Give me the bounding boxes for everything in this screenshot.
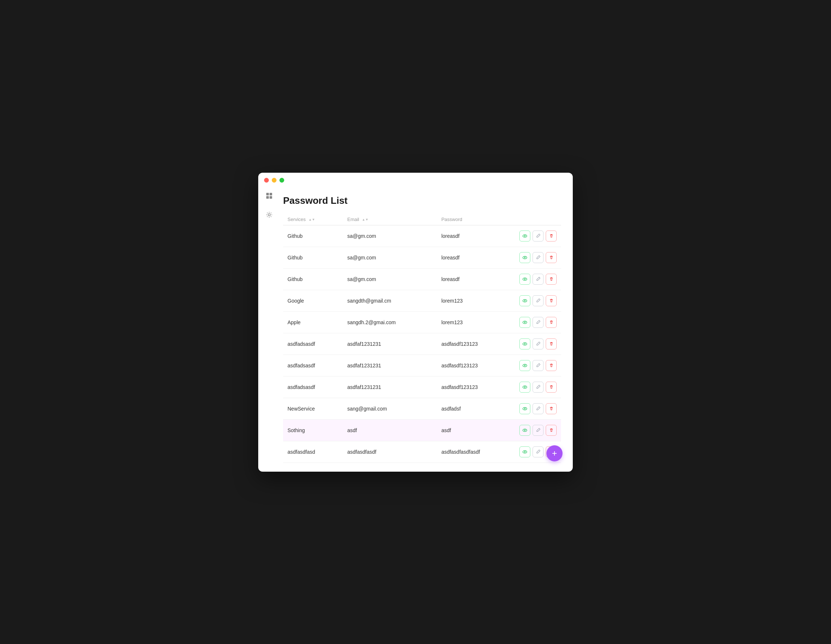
- cell-email: sa@gm.com: [343, 247, 437, 268]
- edit-button[interactable]: [533, 317, 543, 328]
- cell-password: loreasdf: [437, 247, 515, 268]
- password-table: Services ▲▼ Email ▲▼ Password: [283, 214, 561, 463]
- delete-button[interactable]: [546, 231, 557, 241]
- cell-actions: [515, 225, 561, 247]
- svg-rect-0: [266, 193, 269, 195]
- cell-email: asdf: [343, 419, 437, 441]
- close-button[interactable]: [264, 178, 269, 183]
- cell-password: loreasdf: [437, 268, 515, 290]
- sort-arrows-email: ▲▼: [362, 218, 369, 222]
- cell-actions: [515, 311, 561, 333]
- edit-button[interactable]: [533, 360, 543, 371]
- view-button[interactable]: [519, 252, 530, 263]
- cell-service: Github: [283, 225, 343, 247]
- cell-email: asdfaf1231231: [343, 376, 437, 398]
- svg-point-26: [524, 451, 525, 453]
- view-button[interactable]: [519, 425, 530, 436]
- table-row: asdfasdfasd asdfasdfasdf asdfasdfasdfasd…: [283, 441, 561, 462]
- app-window: Password List Services ▲▼ Email ▲▼: [258, 173, 573, 472]
- minimize-button[interactable]: [272, 178, 277, 183]
- cell-email: sa@gm.com: [343, 268, 437, 290]
- edit-button[interactable]: [533, 446, 543, 457]
- table-row: Apple sangdh.2@gmai.com lorem123: [283, 311, 561, 333]
- delete-button[interactable]: [546, 338, 557, 349]
- svg-point-6: [524, 235, 525, 237]
- delete-button[interactable]: [546, 403, 557, 414]
- view-button[interactable]: [519, 317, 530, 328]
- cell-service: asdfadsasdf: [283, 333, 343, 355]
- view-button[interactable]: [519, 382, 530, 393]
- col-services[interactable]: Services ▲▼: [283, 214, 343, 225]
- cell-password: asdf: [437, 419, 515, 441]
- delete-button[interactable]: [546, 382, 557, 393]
- svg-point-4: [268, 214, 270, 216]
- cell-service: Apple: [283, 311, 343, 333]
- maximize-button[interactable]: [279, 178, 284, 183]
- cell-email: sangdh.2@gmai.com: [343, 311, 437, 333]
- cell-actions: [515, 419, 561, 441]
- view-button[interactable]: [519, 360, 530, 371]
- col-email[interactable]: Email ▲▼: [343, 214, 437, 225]
- cell-email: sang@gmail.com: [343, 398, 437, 419]
- edit-button[interactable]: [533, 338, 543, 349]
- cell-service: asdfadsasdf: [283, 355, 343, 376]
- col-password: Password: [437, 214, 515, 225]
- svg-point-18: [524, 365, 525, 366]
- cell-password: asdfadsf: [437, 398, 515, 419]
- cell-password: asdfasdfasdfasdf: [437, 441, 515, 462]
- add-button[interactable]: +: [546, 445, 562, 461]
- settings-icon[interactable]: [263, 209, 275, 221]
- cell-actions: [515, 376, 561, 398]
- svg-point-14: [524, 322, 525, 323]
- edit-button[interactable]: [533, 231, 543, 241]
- app-body: Password List Services ▲▼ Email ▲▼: [258, 186, 573, 472]
- table-row: Github sa@gm.com loreasdf: [283, 225, 561, 247]
- table-row: Github sa@gm.com loreasdf: [283, 247, 561, 268]
- edit-button[interactable]: [533, 403, 543, 414]
- table-row: Github sa@gm.com loreasdf: [283, 268, 561, 290]
- view-button[interactable]: [519, 446, 530, 457]
- delete-button[interactable]: [546, 274, 557, 285]
- svg-rect-1: [269, 193, 272, 195]
- edit-button[interactable]: [533, 382, 543, 393]
- svg-rect-3: [269, 196, 272, 199]
- cell-actions: [515, 247, 561, 268]
- view-button[interactable]: [519, 274, 530, 285]
- svg-point-16: [524, 343, 525, 345]
- sidebar: [258, 186, 280, 472]
- svg-point-12: [524, 300, 525, 301]
- delete-button[interactable]: [546, 295, 557, 306]
- table-row: asdfadsasdf asdfaf1231231 asdfasdf123123: [283, 355, 561, 376]
- svg-point-22: [524, 408, 525, 410]
- view-button[interactable]: [519, 403, 530, 414]
- page-title: Password List: [283, 195, 561, 206]
- edit-button[interactable]: [533, 295, 543, 306]
- cell-password: loreasdf: [437, 225, 515, 247]
- cell-email: sangdth@gmail.cm: [343, 290, 437, 311]
- svg-point-10: [524, 279, 525, 280]
- view-button[interactable]: [519, 338, 530, 349]
- table-row: asdfadsasdf asdfaf1231231 asdfasdf123123: [283, 376, 561, 398]
- delete-button[interactable]: [546, 360, 557, 371]
- grid-icon[interactable]: [263, 190, 275, 202]
- cell-service: Github: [283, 268, 343, 290]
- delete-button[interactable]: [546, 252, 557, 263]
- cell-actions: [515, 333, 561, 355]
- delete-button[interactable]: [546, 425, 557, 436]
- cell-service: NewService: [283, 398, 343, 419]
- delete-button[interactable]: [546, 317, 557, 328]
- edit-button[interactable]: [533, 252, 543, 263]
- titlebar: [258, 173, 573, 186]
- cell-password: asdfasdf123123: [437, 333, 515, 355]
- cell-actions: [515, 268, 561, 290]
- table-row: asdfadsasdf asdfaf1231231 asdfasdf123123: [283, 333, 561, 355]
- view-button[interactable]: [519, 231, 530, 241]
- cell-service: Google: [283, 290, 343, 311]
- cell-password: asdfasdf123123: [437, 355, 515, 376]
- cell-email: sa@gm.com: [343, 225, 437, 247]
- edit-button[interactable]: [533, 274, 543, 285]
- cell-actions: [515, 355, 561, 376]
- table-container[interactable]: Services ▲▼ Email ▲▼ Password: [283, 214, 561, 463]
- edit-button[interactable]: [533, 425, 543, 436]
- view-button[interactable]: [519, 295, 530, 306]
